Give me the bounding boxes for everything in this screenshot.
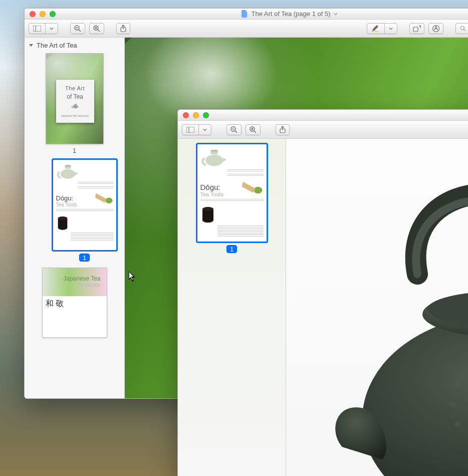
svg-line-28	[254, 131, 256, 133]
sidebar-header[interactable]: The Art of Tea	[29, 42, 120, 49]
chevron-down-icon[interactable]	[46, 24, 58, 34]
titlebar[interactable]	[178, 110, 468, 121]
cover-title-line2: of Tea	[67, 93, 83, 100]
jtc-heading: Japanese Tea	[63, 275, 101, 282]
svg-point-34	[205, 155, 223, 166]
zoom-button[interactable]	[50, 11, 56, 17]
svg-point-38	[202, 207, 213, 211]
svg-point-17	[60, 169, 75, 179]
thumbnail-sidebar[interactable]: The Art of Tea The Art of Tea Japanese T…	[25, 38, 125, 398]
svg-point-51	[454, 421, 460, 427]
search-icon	[460, 26, 466, 32]
rotate-button[interactable]	[409, 23, 424, 34]
dogu-subheading: Tea Tools	[200, 191, 223, 197]
traffic-lights	[178, 112, 209, 118]
zoom-button[interactable]	[203, 112, 209, 118]
svg-line-25	[235, 131, 237, 133]
cover-subtitle: Japanese Tea Ceremony	[61, 114, 89, 117]
svg-point-45	[449, 401, 455, 407]
window-title-text: The Art of Tea (page 1 of 5)	[251, 10, 330, 18]
markup-button[interactable]	[428, 23, 443, 34]
document-proxy-icon[interactable]	[242, 10, 248, 18]
svg-point-19	[64, 165, 71, 167]
chevron-down-icon[interactable]	[385, 24, 397, 34]
close-button[interactable]	[183, 112, 189, 118]
page-number-label: 1	[79, 254, 90, 262]
preview-window-dogu: Dōgu: Tea Tools 1	[177, 109, 468, 476]
dogu-subheading: Tea Tools	[56, 202, 77, 207]
toolbar: Search	[25, 20, 468, 38]
minimize-button[interactable]	[40, 11, 46, 17]
sidebar-view-button[interactable]	[29, 23, 58, 34]
highlight-button[interactable]	[367, 23, 397, 34]
sidebar-title: The Art of Tea	[37, 42, 77, 49]
jtc-subheading: Ceremony	[77, 282, 100, 288]
jtc-kanji: 和 敬	[46, 300, 64, 311]
page-thumbnail-1[interactable]: Dōgu: Tea Tools 1	[182, 142, 282, 253]
zoom-in-button[interactable]	[246, 124, 261, 135]
svg-rect-22	[186, 127, 194, 133]
svg-rect-16	[74, 104, 77, 105]
page-thumbnail-3[interactable]: Japanese Tea Ceremony 和 敬	[29, 266, 120, 339]
share-button[interactable]	[116, 23, 130, 34]
page-thumbnail-2-inserted[interactable]: Dōgu: Tea Tools 1	[49, 157, 120, 262]
page-number-label: 1	[73, 147, 76, 154]
page-number-label: 1	[226, 245, 237, 253]
zoom-out-button[interactable]	[226, 124, 242, 135]
dogu-heading: Dōgu:	[200, 183, 220, 191]
svg-point-13	[461, 26, 464, 30]
minimize-button[interactable]	[193, 112, 199, 118]
svg-line-14	[464, 29, 465, 31]
svg-rect-0	[33, 26, 41, 32]
teapot-image	[307, 149, 468, 476]
titlebar[interactable]: The Art of Tea (page 1 of 5)	[25, 9, 468, 20]
zoom-in-button[interactable]	[89, 23, 104, 34]
svg-line-3	[79, 30, 81, 32]
search-field[interactable]: Search	[455, 23, 468, 34]
window-title: The Art of Tea (page 1 of 5)	[25, 10, 468, 18]
sidebar-view-button[interactable]	[182, 124, 211, 135]
svg-point-36	[210, 149, 218, 152]
share-button[interactable]	[276, 124, 290, 135]
document-canvas[interactable]	[286, 139, 468, 476]
svg-line-6	[98, 30, 100, 32]
svg-point-37	[254, 187, 262, 193]
close-button[interactable]	[30, 11, 36, 17]
dogu-heading: Dōgu:	[56, 194, 74, 202]
toolbar	[178, 121, 468, 139]
page-thumbnail-1[interactable]: The Art of Tea Japanese Tea Ceremony 1	[29, 51, 120, 154]
svg-rect-10	[371, 31, 378, 32]
chevron-down-icon[interactable]	[199, 125, 211, 135]
svg-point-20	[105, 197, 112, 203]
disclosure-triangle-icon[interactable]	[29, 43, 34, 48]
svg-rect-11	[413, 27, 418, 32]
title-dropdown-chevron-icon[interactable]	[334, 12, 338, 16]
svg-point-40	[454, 381, 460, 387]
traffic-lights	[25, 11, 56, 17]
svg-point-21	[58, 216, 67, 220]
thumbnail-sidebar[interactable]: Dōgu: Tea Tools 1	[178, 139, 286, 476]
svg-point-15	[73, 105, 78, 108]
zoom-out-button[interactable]	[70, 23, 85, 34]
cover-title-line1: The Art	[65, 85, 85, 91]
